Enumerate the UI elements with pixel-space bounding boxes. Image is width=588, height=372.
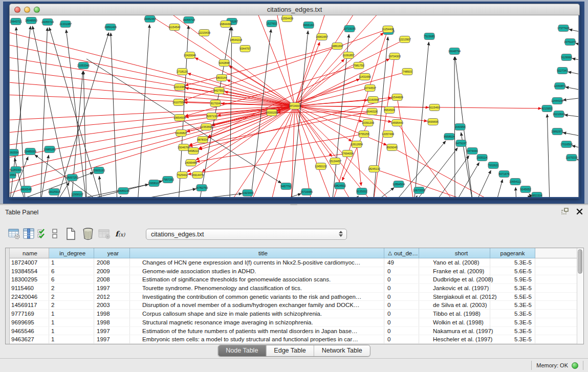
graph-node[interactable]: 19861697 — [331, 43, 343, 50]
graph-node[interactable]: 12894504 — [393, 181, 405, 188]
delete-table-icon[interactable] — [97, 227, 112, 241]
row-height-icon[interactable] — [50, 227, 59, 241]
graph-node[interactable]: 8466160 — [303, 22, 314, 29]
table-row[interactable]: 2242004622012Investigating the contribut… — [10, 293, 577, 301]
graph-node[interactable]: 17694054 — [341, 150, 354, 157]
graph-node[interactable]: 16648794 — [448, 48, 461, 55]
graph-node[interactable]: 9245652 — [520, 186, 531, 193]
table-row[interactable]: 911546021997Tourette syndrome. Phenomeno… — [10, 284, 577, 293]
table-row[interactable]: 946362711997Embryonic stem cells: a mode… — [10, 335, 577, 344]
graph-node[interactable]: 11544609 — [391, 94, 403, 101]
table-mode-icon[interactable] — [7, 227, 21, 241]
create-column-icon[interactable] — [63, 227, 78, 241]
graph-node[interactable]: 19824502 — [334, 183, 346, 189]
graph-node[interactable]: 11923466 — [242, 190, 254, 196]
column-header-in-degree[interactable]: in_degree — [49, 248, 94, 258]
graph-node[interactable]: 2718129 — [177, 69, 188, 75]
select-columns-icon[interactable] — [36, 227, 50, 241]
graph-node[interactable]: 2935114 — [477, 155, 488, 161]
graph-node[interactable]: 9242848 — [219, 60, 230, 67]
graph-node[interactable]: 19734303 — [388, 53, 401, 60]
graph-node[interactable]: 12554439 — [281, 15, 293, 22]
graph-node[interactable]: 19025914 — [48, 189, 60, 195]
graph-node[interactable]: 9498222 — [188, 148, 199, 155]
graph-node[interactable]: 16844490 — [220, 21, 232, 28]
graph-node[interactable]: 18048950 — [25, 17, 37, 24]
graph-node[interactable]: 9129996 — [561, 54, 572, 61]
graph-node[interactable]: 17957253 — [162, 177, 174, 183]
graph-node[interactable]: 8878334 — [198, 137, 208, 143]
table-scrollbar-thumb[interactable] — [578, 249, 582, 274]
graph-node[interactable]: 10391209 — [362, 120, 374, 126]
column-header-out-degree[interactable]: △out_de… — [384, 248, 419, 258]
tab-edge-table[interactable]: Edge Table — [266, 345, 313, 356]
graph-node[interactable]: 19654936 — [173, 115, 186, 121]
graph-node[interactable]: 11154540 — [168, 24, 180, 31]
table-row[interactable]: 1872400712008Changes of HCN gene express… — [10, 258, 577, 267]
minimize-window-button[interactable] — [24, 7, 30, 13]
graph-node[interactable]: 9115460 — [429, 104, 440, 111]
graph-node[interactable]: 9227343 — [557, 68, 568, 74]
network-window-titlebar[interactable]: citations_edges.txt — [9, 4, 580, 15]
graph-node[interactable]: 15485009 — [24, 148, 36, 155]
graph-node[interactable]: 15892971 — [551, 128, 563, 135]
table-row[interactable]: 977716911998Corpus callosum shape and si… — [10, 310, 577, 318]
graph-node[interactable]: 21331087 — [59, 21, 72, 28]
graph-node[interactable]: 8215953 — [542, 105, 553, 112]
graph-node[interactable]: 17377426 — [557, 25, 570, 32]
zoom-window-button[interactable] — [34, 7, 40, 13]
table-row[interactable]: 1938455462009Genome-wide association stu… — [10, 267, 577, 276]
graph-node[interactable]: 9699695 — [428, 119, 439, 125]
graph-node[interactable]: 12958107 — [71, 191, 83, 198]
graph-node[interactable]: 9806548 — [21, 186, 32, 193]
graph-node[interactable]: 8427552 — [214, 87, 225, 94]
graph-node[interactable]: 9474444 — [467, 148, 478, 155]
graph-node[interactable]: 2060554 — [10, 149, 19, 156]
graph-node[interactable]: 10654112 — [509, 179, 521, 185]
table-row[interactable]: 1830029562008Estimation of significance … — [10, 275, 577, 284]
close-panel-icon[interactable] — [576, 208, 583, 215]
graph-node[interactable]: 12444194 — [551, 98, 563, 104]
graph-node[interactable]: 9135002 — [357, 188, 367, 195]
graph-node[interactable]: 10985281 — [43, 146, 56, 153]
graph-node[interactable]: 8954509 — [384, 107, 395, 114]
graph-node[interactable]: 16961657 — [316, 34, 328, 40]
function-builder-icon[interactable]: f (x) — [114, 227, 128, 241]
graph-node[interactable]: 16055718 — [183, 17, 195, 24]
graph-node[interactable]: 20689148 — [117, 188, 129, 194]
tab-node-table[interactable]: Node Table — [218, 345, 266, 356]
graph-node[interactable]: 8267130 — [207, 113, 217, 120]
graph-node[interactable]: 7515685 — [424, 33, 435, 40]
column-header-short[interactable]: short — [419, 248, 490, 258]
memory-status-indicator[interactable] — [572, 362, 578, 369]
graph-node[interactable]: 19166827 — [175, 130, 187, 137]
graph-node[interactable]: 12160566 — [367, 97, 379, 103]
graph-node[interactable]: 15905193 — [93, 167, 105, 174]
graph-node[interactable]: 8958924 — [444, 134, 455, 140]
graph-node[interactable]: 6479197 — [456, 140, 467, 147]
graph-node[interactable]: 11675335 — [565, 155, 578, 161]
graph-node[interactable]: 11091857 — [342, 52, 355, 59]
graph-node[interactable]: 16107554 — [172, 99, 185, 106]
graph-node[interactable]: 24055724 — [41, 19, 54, 26]
graph-node[interactable]: 18724007 — [289, 103, 301, 110]
graph-node[interactable]: 7625402 — [177, 172, 188, 179]
graph-node[interactable]: 11431656 — [359, 74, 371, 80]
graph-node[interactable]: 12213907 — [399, 36, 411, 43]
table-row[interactable]: 969969511998Structural magnetic resonanc… — [10, 318, 577, 327]
network-canvas[interactable]: 2064372118048950240557242133108720891406… — [9, 15, 579, 197]
graph-node[interactable]: 18544218 — [230, 37, 242, 43]
column-header-name[interactable]: name — [10, 248, 49, 258]
table-scrollbar[interactable] — [577, 248, 583, 344]
graph-node[interactable]: 9546328 — [367, 108, 378, 115]
graph-node[interactable]: 8471676 — [499, 171, 510, 178]
graph-node[interactable]: 11254408 — [382, 26, 394, 33]
table-selector-dropdown[interactable]: citations_edges.txt — [146, 229, 347, 240]
graph-node[interactable]: 10744537 — [364, 85, 376, 92]
graph-node[interactable]: 14595443 — [391, 120, 403, 126]
graph-node[interactable]: 748503 — [402, 69, 412, 75]
graph-node[interactable]: 15716485 — [300, 189, 313, 195]
graph-node[interactable]: 10673550 — [413, 187, 425, 194]
graph-node[interactable]: 18300295 — [266, 110, 278, 116]
graph-node[interactable]: 18057253 — [66, 174, 78, 181]
